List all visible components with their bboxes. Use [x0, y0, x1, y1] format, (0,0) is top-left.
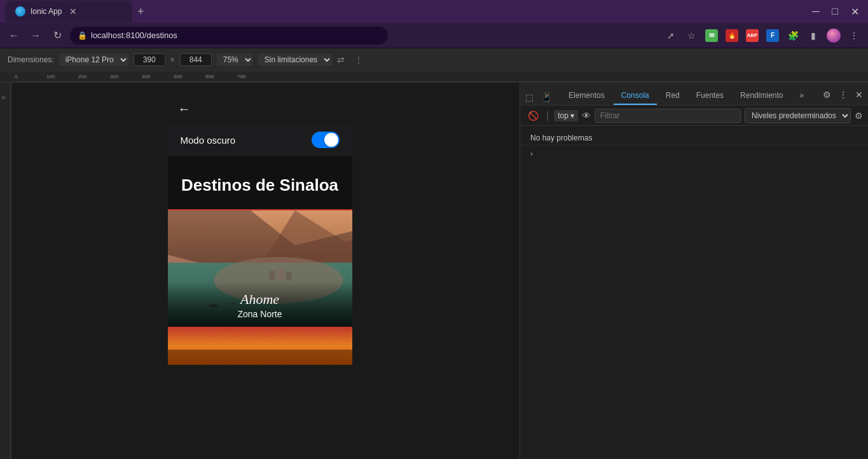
width-input[interactable]: [134, 53, 165, 66]
card2-image-svg: [168, 327, 352, 365]
svg-text:600: 600: [205, 74, 214, 79]
tab-fuentes[interactable]: Fuentes: [689, 87, 731, 105]
maximize-button[interactable]: □: [828, 4, 842, 18]
tab-rendimiento[interactable]: Rendimiento: [733, 87, 790, 105]
window-controls: ─ □ ✕: [808, 4, 863, 19]
console-expand-arrow[interactable]: ›: [520, 146, 868, 162]
ext-abp-icon[interactable]: ABP: [743, 27, 761, 45]
menu-icon[interactable]: ⋮: [845, 27, 863, 45]
console-clear-button[interactable]: 🚫: [525, 109, 541, 122]
title-bar: Ionic App ✕ + ─ □ ✕: [0, 0, 868, 23]
active-tab[interactable]: Ionic App ✕: [5, 1, 132, 22]
console-no-issues-message: No hay problemas: [520, 131, 868, 146]
tab-area: Ionic App ✕ +: [5, 1, 806, 22]
svg-rect-16: [269, 271, 275, 280]
device-select[interactable]: iPhone 12 Pro: [59, 53, 128, 66]
address-bar-input[interactable]: 🔒 localhost:8100/destinos: [70, 27, 388, 45]
profile-icon[interactable]: [825, 27, 843, 45]
minimize-button[interactable]: ─: [808, 4, 823, 18]
dark-mode-bar: Modo oscuro: [168, 124, 352, 156]
devtools-inspect-icon[interactable]: ⬚: [523, 90, 536, 105]
vertical-ruler: 0: [0, 83, 11, 459]
svg-text:0: 0: [15, 74, 18, 79]
height-input[interactable]: [180, 53, 212, 66]
rotate-icon[interactable]: ⇄: [337, 55, 345, 65]
hero-title: Destinos de Sinaloa: [178, 175, 342, 196]
devtools-device-bar: Dimensiones: iPhone 12 Pro × 75% Sin lim…: [0, 48, 868, 71]
zoom-select[interactable]: 75%: [217, 53, 253, 66]
hero-section: Destinos de Sinaloa: [168, 156, 352, 209]
ruler-row: 0100200 300400500 600700: [0, 71, 868, 83]
context-label: top: [558, 111, 568, 120]
browser-window: Ionic App ✕ + ─ □ ✕ ← → ↻ 🔒 localhost:81…: [0, 0, 868, 459]
new-tab-button[interactable]: +: [135, 3, 147, 21]
devtools-tabs-bar: ⬚ 📱 Elementos Consola Red Fuentes Rendim…: [520, 83, 868, 106]
svg-text:700: 700: [237, 74, 246, 79]
console-level-select[interactable]: Niveles predeterminados: [745, 108, 851, 123]
card1-place-name: Ahome: [240, 291, 279, 308]
svg-text:400: 400: [142, 74, 151, 79]
dark-mode-label: Modo oscuro: [181, 135, 236, 146]
toolbar-divider: |: [546, 110, 549, 121]
ext-red-icon[interactable]: 🔥: [723, 27, 741, 45]
tab-favicon: [15, 6, 25, 17]
destination-card-1[interactable]: Ahome Zona Norte: [168, 209, 352, 327]
eye-icon[interactable]: 👁: [582, 111, 591, 121]
context-chevron: ▾: [570, 111, 574, 120]
tab-more[interactable]: »: [792, 87, 811, 105]
context-selector[interactable]: top ▾: [554, 110, 578, 121]
devtools-panel: ⬚ 📱 Elementos Consola Red Fuentes Rendim…: [520, 83, 868, 459]
devtools-settings-icon[interactable]: ⚙: [820, 87, 834, 102]
dimensions-label: Dimensiones:: [8, 55, 54, 64]
devtools-close-icon[interactable]: ✕: [853, 87, 865, 102]
svg-rect-25: [168, 350, 352, 365]
tab-elementos[interactable]: Elementos: [561, 87, 612, 105]
tab-close-button[interactable]: ✕: [69, 6, 77, 17]
toggle-knob: [324, 133, 338, 147]
reload-button[interactable]: ↻: [48, 27, 66, 45]
bookmark-icon[interactable]: ☆: [682, 27, 700, 45]
svg-rect-18: [286, 272, 291, 280]
back-button[interactable]: ←: [5, 27, 23, 45]
close-button[interactable]: ✕: [847, 4, 863, 19]
forward-button[interactable]: →: [27, 27, 45, 45]
svg-rect-17: [277, 268, 284, 280]
horizontal-ruler: 0100200 300400500 600700: [11, 71, 868, 82]
dark-mode-toggle[interactable]: [312, 132, 340, 148]
svg-text:0: 0: [1, 96, 6, 99]
console-content: No hay problemas ›: [520, 126, 868, 459]
ext-puzzle-icon[interactable]: 🧩: [784, 27, 802, 45]
sidebar-icon[interactable]: ▮: [804, 27, 822, 45]
vertical-ruler-svg: 0: [0, 83, 11, 459]
devtools-dock-icon[interactable]: ⋮: [836, 87, 850, 102]
device-toolbar: Dimensiones: iPhone 12 Pro × 75% Sin lim…: [0, 48, 868, 71]
mobile-phone-frame: ← Modo oscuro Destinos de Sinaloa: [168, 94, 352, 365]
console-toolbar: 🚫 | top ▾ 👁 Niveles predeterminados ⚙: [520, 106, 868, 126]
ext-blue-icon[interactable]: F: [764, 27, 782, 45]
tab-consola[interactable]: Consola: [614, 87, 657, 105]
svg-text:300: 300: [110, 74, 119, 79]
toolbar-icons: ➚ ☆ ✉ 🔥 ABP F 🧩 ▮ ⋮: [662, 27, 863, 45]
url-display: localhost:8100/destinos: [91, 31, 177, 40]
throttle-select[interactable]: Sin limitaciones: [258, 53, 332, 66]
svg-text:200: 200: [78, 74, 87, 79]
card1-overlay: Ahome Zona Norte: [168, 284, 352, 327]
main-area: 0 ← Modo oscuro Des: [0, 83, 868, 459]
console-filter-input[interactable]: [595, 109, 741, 123]
back-arrow-icon[interactable]: ←: [178, 102, 191, 116]
share-icon[interactable]: ➚: [662, 27, 680, 45]
app-back-header: ←: [168, 94, 352, 124]
ext-mail-icon[interactable]: ✉: [703, 27, 720, 45]
lock-icon: 🔒: [78, 31, 87, 40]
mobile-preview-area: 0 ← Modo oscuro Des: [0, 83, 520, 459]
devtools-device-icon[interactable]: 📱: [539, 90, 555, 105]
address-bar: ← → ↻ 🔒 localhost:8100/destinos ➚ ☆ ✉ 🔥 …: [0, 23, 868, 48]
tab-title: Ionic App: [31, 7, 62, 16]
console-settings-button[interactable]: ⚙: [855, 111, 863, 121]
tab-red[interactable]: Red: [658, 87, 687, 105]
dimension-separator: ×: [170, 55, 175, 64]
svg-text:500: 500: [174, 74, 183, 79]
destination-card-2[interactable]: [168, 327, 352, 365]
svg-text:100: 100: [46, 74, 55, 79]
more-options-icon[interactable]: ⋮: [355, 55, 362, 64]
